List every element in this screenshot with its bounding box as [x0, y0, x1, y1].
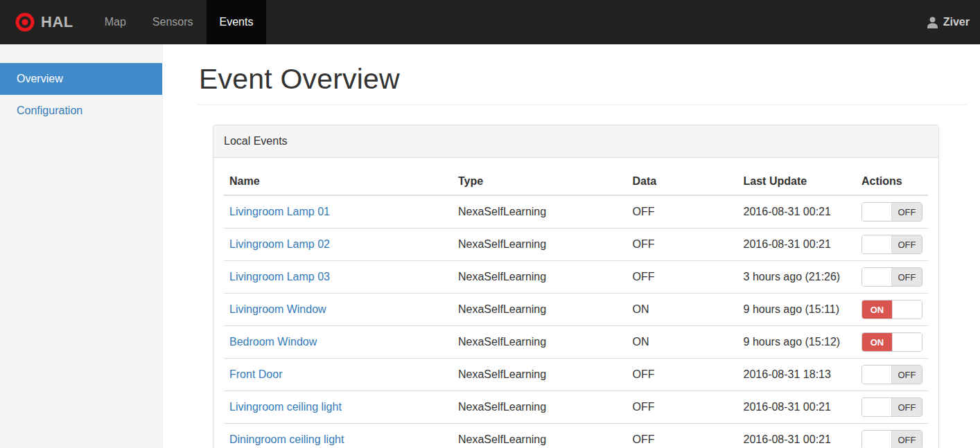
event-type: NexaSelfLearning: [453, 359, 627, 391]
sidebar: OverviewConfiguration: [0, 44, 163, 448]
event-toggle-switch[interactable]: ON: [861, 332, 922, 352]
event-last-update: 9 hours ago (15:12): [738, 326, 856, 359]
toggle-handle: [862, 203, 892, 221]
event-type: NexaSelfLearning: [453, 195, 627, 229]
event-last-update: 2016-08-31 00:21: [738, 424, 856, 448]
user-menu[interactable]: Ziver: [916, 0, 980, 44]
event-toggle-switch[interactable]: ON: [861, 300, 922, 319]
sidebar-item-overview[interactable]: Overview: [0, 63, 162, 95]
event-type: NexaSelfLearning: [453, 229, 627, 261]
event-data: OFF: [627, 261, 738, 294]
event-name-link[interactable]: Livingroom Window: [229, 303, 326, 315]
event-type: NexaSelfLearning: [453, 294, 627, 326]
user-name: Ziver: [943, 16, 970, 28]
brand[interactable]: HAL: [0, 0, 79, 44]
event-last-update: 2016-08-31 00:21: [738, 229, 856, 261]
column-header-data: Data: [627, 168, 738, 195]
event-type: NexaSelfLearning: [453, 261, 627, 294]
main-nav: MapSensorsEvents: [91, 0, 267, 44]
hal-logo-icon: [15, 12, 35, 32]
table-row: Diningroom ceiling lightNexaSelfLearning…: [224, 424, 928, 448]
event-toggle-switch[interactable]: OFF: [861, 365, 922, 384]
brand-label: HAL: [41, 13, 73, 31]
event-last-update: 3 hours ago (21:26): [738, 261, 856, 294]
events-table: NameTypeDataLast UpdateActions Livingroo…: [224, 168, 928, 448]
event-last-update: 9 hours ago (15:11): [738, 294, 856, 326]
toggle-state-label: ON: [862, 301, 892, 319]
event-name-link[interactable]: Bedroom Window: [229, 336, 317, 348]
event-toggle-switch[interactable]: OFF: [861, 267, 922, 287]
toggle-handle: [862, 431, 892, 448]
event-name-link[interactable]: Livingroom ceiling light: [229, 401, 342, 413]
nav-item-events[interactable]: Events: [207, 0, 267, 44]
event-toggle-switch[interactable]: OFF: [861, 430, 922, 448]
table-row: Livingroom Lamp 02NexaSelfLearningOFF201…: [224, 229, 928, 261]
sidebar-item-configuration[interactable]: Configuration: [0, 95, 162, 127]
event-type: NexaSelfLearning: [453, 326, 627, 359]
event-type: NexaSelfLearning: [453, 424, 627, 448]
event-last-update: 2016-08-31 00:21: [738, 391, 856, 424]
column-header-type: Type: [453, 168, 627, 195]
toggle-handle: [862, 398, 892, 416]
toggle-handle: [862, 268, 892, 286]
toggle-state-label: OFF: [892, 235, 922, 253]
toggle-state-label: OFF: [892, 366, 922, 384]
event-data: OFF: [627, 424, 738, 448]
event-last-update: 2016-08-31 00:21: [738, 195, 856, 229]
table-row: Livingroom WindowNexaSelfLearningON9 hou…: [224, 294, 928, 326]
toggle-state-label: ON: [862, 333, 892, 351]
event-data: OFF: [627, 359, 738, 391]
event-name-link[interactable]: Front Door: [229, 368, 282, 380]
table-row: Livingroom Lamp 03NexaSelfLearningOFF3 h…: [224, 261, 928, 294]
table-header-row: NameTypeDataLast UpdateActions: [224, 168, 928, 195]
toggle-state-label: OFF: [892, 203, 922, 221]
panel-title: Local Events: [213, 125, 938, 158]
column-header-last-update: Last Update: [738, 168, 856, 195]
table-row: Bedroom WindowNexaSelfLearningON9 hours …: [224, 326, 928, 359]
event-data: OFF: [627, 229, 738, 261]
event-data: ON: [627, 294, 738, 326]
event-name-link[interactable]: Livingroom Lamp 03: [229, 271, 330, 283]
main-content: Event Overview Local Events NameTypeData…: [163, 44, 980, 448]
page-title: Event Overview: [199, 63, 967, 96]
event-name-link[interactable]: Diningroom ceiling light: [229, 433, 344, 445]
panel-body: NameTypeDataLast UpdateActions Livingroo…: [213, 158, 938, 448]
toggle-handle: [892, 333, 922, 351]
event-data: OFF: [627, 195, 738, 229]
toggle-state-label: OFF: [892, 431, 922, 448]
column-header-name: Name: [224, 168, 453, 195]
page-header: Event Overview: [198, 63, 967, 105]
event-data: ON: [627, 326, 738, 359]
toggle-handle: [862, 366, 892, 384]
table-row: Livingroom Lamp 01NexaSelfLearningOFF201…: [224, 195, 928, 229]
event-toggle-switch[interactable]: OFF: [861, 202, 922, 222]
table-row: Livingroom ceiling lightNexaSelfLearning…: [224, 391, 928, 424]
event-last-update: 2016-08-31 18:13: [738, 359, 856, 391]
user-icon: [927, 17, 938, 28]
toggle-state-label: OFF: [892, 398, 922, 416]
event-type: NexaSelfLearning: [453, 391, 627, 424]
toggle-handle: [892, 301, 922, 319]
event-data: OFF: [627, 391, 738, 424]
column-header-actions: Actions: [856, 168, 928, 195]
navbar: HAL MapSensorsEvents Ziver: [0, 0, 980, 44]
table-row: Front DoorNexaSelfLearningOFF2016-08-31 …: [224, 359, 928, 391]
event-toggle-switch[interactable]: OFF: [861, 235, 922, 254]
nav-item-sensors[interactable]: Sensors: [139, 0, 207, 44]
toggle-handle: [862, 235, 892, 253]
event-toggle-switch[interactable]: OFF: [861, 397, 922, 417]
local-events-panel: Local Events NameTypeDataLast UpdateActi…: [213, 125, 939, 448]
nav-item-map[interactable]: Map: [91, 0, 139, 44]
toggle-state-label: OFF: [892, 268, 922, 286]
event-name-link[interactable]: Livingroom Lamp 02: [229, 238, 330, 250]
event-name-link[interactable]: Livingroom Lamp 01: [229, 206, 330, 217]
